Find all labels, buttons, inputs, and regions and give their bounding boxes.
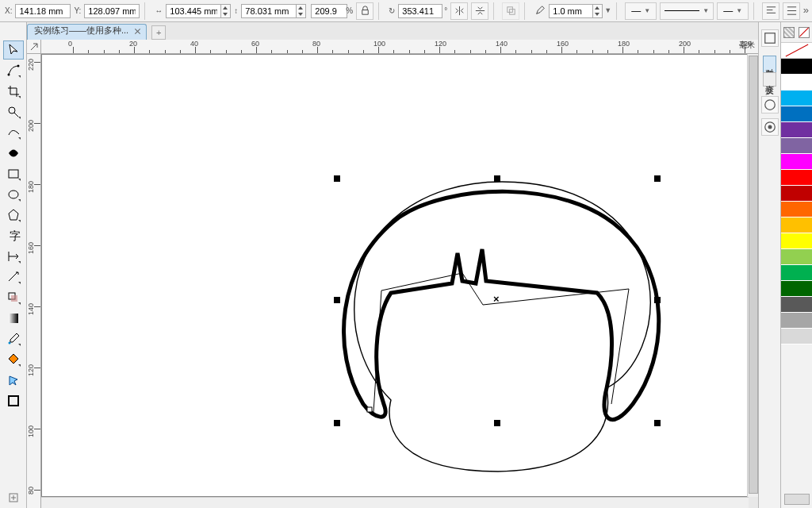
ruler-horizontal[interactable]: 毫米 020406080100120140160180200220 xyxy=(41,40,758,54)
color-swatch[interactable] xyxy=(781,138,812,154)
scrollbar-vertical[interactable] xyxy=(747,54,758,497)
wrap-text-button[interactable] xyxy=(762,2,779,20)
svg-rect-5 xyxy=(9,170,18,178)
outline-spinner[interactable] xyxy=(593,4,603,18)
docker-button-3[interactable] xyxy=(761,118,779,136)
rectangle-tool[interactable] xyxy=(3,164,24,183)
chevron-down-icon[interactable]: ▼ xyxy=(604,7,611,14)
artistic-media-tool[interactable] xyxy=(3,144,24,163)
docker-object-properties[interactable]: 对象属性 xyxy=(763,56,776,73)
color-swatch[interactable] xyxy=(781,329,812,344)
svg-rect-10 xyxy=(9,314,18,323)
transparency-tool[interactable] xyxy=(3,309,24,328)
ruler-origin[interactable] xyxy=(27,40,41,54)
zoom-tool[interactable] xyxy=(3,102,24,121)
color-swatch[interactable] xyxy=(781,313,812,329)
color-swatch[interactable] xyxy=(781,281,812,297)
shape-tool[interactable] xyxy=(3,61,24,80)
outline-width-field[interactable] xyxy=(549,4,593,18)
text-tool[interactable]: 字 xyxy=(3,226,24,245)
color-swatch[interactable] xyxy=(781,249,812,265)
y-field[interactable] xyxy=(84,4,140,18)
svg-rect-12 xyxy=(9,396,18,406)
color-swatch[interactable] xyxy=(781,59,812,75)
ellipse-tool[interactable] xyxy=(3,185,24,204)
document-tab-bar: 实例练习——使用多种... + xyxy=(27,22,166,40)
docker-button-2[interactable] xyxy=(761,96,779,114)
scrollbar-horizontal[interactable] xyxy=(41,497,749,508)
pct-label: % xyxy=(346,7,353,15)
quick-customize-button[interactable] xyxy=(3,488,24,507)
height-field[interactable] xyxy=(241,4,297,18)
svg-point-18 xyxy=(768,125,772,129)
scale-x-field[interactable] xyxy=(311,4,347,18)
eyedropper-tool[interactable] xyxy=(3,329,24,348)
width-field[interactable] xyxy=(166,4,221,18)
mirror-v-button[interactable] xyxy=(471,2,488,20)
rotation-field[interactable] xyxy=(398,4,442,18)
svg-text:字: 字 xyxy=(10,230,21,242)
freehand-tool[interactable] xyxy=(3,123,24,142)
expand-toolbar-button[interactable]: » xyxy=(803,5,809,15)
drop-shadow-tool[interactable] xyxy=(3,288,24,307)
smart-fill-tool[interactable] xyxy=(3,371,24,390)
line-start-dropdown[interactable]: —▼ xyxy=(625,2,657,20)
color-swatch[interactable] xyxy=(781,90,812,106)
y-label: Y: xyxy=(74,7,81,15)
color-swatch[interactable] xyxy=(781,106,812,122)
interactive-fill-tool[interactable] xyxy=(3,350,24,369)
color-palette xyxy=(780,22,812,508)
color-swatch[interactable] xyxy=(781,122,812,138)
width-group: ↔ xyxy=(155,4,231,18)
pen-icon xyxy=(534,5,546,17)
canvas[interactable]: × xyxy=(41,54,749,497)
svg-point-3 xyxy=(17,65,19,67)
color-swatch[interactable] xyxy=(781,217,812,233)
docker-button-1[interactable] xyxy=(761,29,779,47)
color-swatch[interactable] xyxy=(781,170,812,186)
width-spinner[interactable] xyxy=(221,4,231,18)
svg-point-16 xyxy=(764,100,775,110)
color-swatch[interactable] xyxy=(781,297,812,313)
line-end-dropdown[interactable]: —▼ xyxy=(717,2,749,20)
new-tab-button[interactable]: + xyxy=(151,25,166,40)
crop-tool[interactable] xyxy=(3,82,24,101)
height-spinner[interactable] xyxy=(297,4,306,18)
color-swatch[interactable] xyxy=(781,75,812,90)
align-button[interactable] xyxy=(783,2,800,20)
no-fill-swatch[interactable] xyxy=(799,27,810,38)
close-tab-icon[interactable] xyxy=(133,27,143,37)
no-color-swatch[interactable] xyxy=(781,43,812,59)
docker-transform[interactable]: 变换 xyxy=(763,72,776,87)
color-swatch[interactable] xyxy=(781,186,812,202)
x-field[interactable] xyxy=(15,4,71,18)
connector-tool[interactable] xyxy=(3,267,24,287)
separator xyxy=(524,2,525,20)
ruler-vertical[interactable]: 22020018016014012010080 xyxy=(27,54,41,508)
pos-x-group: X: xyxy=(5,4,71,18)
mirror-h-button[interactable] xyxy=(450,2,468,20)
palette-menu-button[interactable] xyxy=(783,27,795,38)
palette-scroll[interactable] xyxy=(784,494,810,505)
color-swatch[interactable] xyxy=(781,265,812,281)
color-swatch[interactable] xyxy=(781,154,812,170)
line-style-dropdown[interactable]: ▼ xyxy=(660,2,714,20)
color-swatch[interactable] xyxy=(781,233,812,249)
color-swatch[interactable] xyxy=(781,202,812,217)
pick-tool[interactable] xyxy=(3,40,24,60)
ruler-origin-icon xyxy=(30,43,38,51)
polygon-tool[interactable] xyxy=(3,206,24,225)
toolbox: 字 xyxy=(0,22,27,508)
document-tab[interactable]: 实例练习——使用多种... xyxy=(27,24,147,40)
pos-y-group: Y: xyxy=(74,4,140,18)
workspace: 毫米 020406080100120140160180200220 220200… xyxy=(27,40,758,508)
outline-tool[interactable] xyxy=(3,391,24,410)
rotation-group: ↻ ° xyxy=(389,4,447,18)
tab-label: 实例练习——使用多种... xyxy=(34,25,128,35)
lock-ratio-button[interactable] xyxy=(356,2,373,20)
dimension-tool[interactable] xyxy=(3,247,24,266)
drawing-head xyxy=(42,55,749,497)
scale-y-group: % xyxy=(344,7,353,15)
order-button[interactable] xyxy=(502,2,519,20)
scroll-thumb-v[interactable] xyxy=(749,56,758,494)
